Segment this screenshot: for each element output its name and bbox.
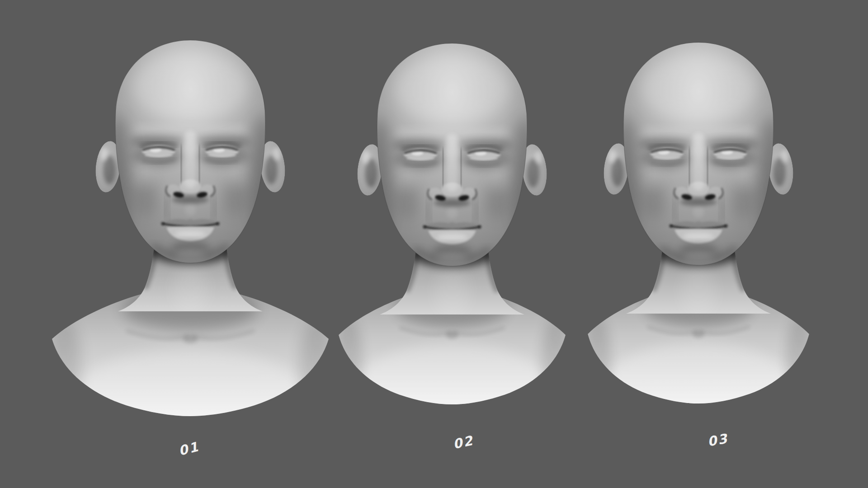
bust-03: [584, 42, 814, 420]
render-canvas: 01 02 03: [0, 0, 868, 488]
sculpt-render: [0, 0, 868, 488]
bust-02: [334, 43, 570, 421]
bust-01: [47, 40, 334, 435]
